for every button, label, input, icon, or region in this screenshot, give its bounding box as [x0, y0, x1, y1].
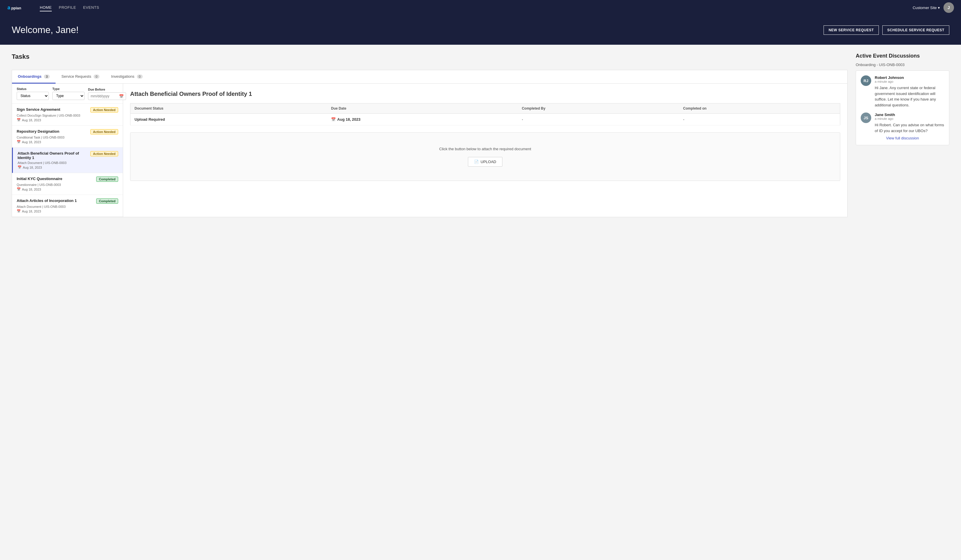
tab-investigations[interactable]: Investigations 0: [105, 70, 149, 83]
calendar-icon: 📅: [17, 140, 21, 144]
task-name: Repository Designation: [17, 129, 90, 133]
nav-events[interactable]: EVENTS: [83, 4, 99, 11]
svg-text:ppian: ppian: [11, 6, 21, 10]
page-wrapper: a ppian HOME PROFILE EVENTS Customer Sit…: [0, 0, 961, 560]
nav-home[interactable]: HOME: [40, 4, 52, 11]
tab-investigations-count: 0: [137, 75, 143, 79]
doc-completed-by-value: -: [517, 114, 679, 125]
document-row: Upload Required 📅 Aug 18, 2023 -: [130, 114, 840, 125]
discussions-subtitle: Onboarding - UIS-ONB-0003: [856, 63, 949, 67]
task-list: Sign Service Agreement Action Needed Col…: [12, 104, 123, 217]
svg-text:a: a: [8, 5, 11, 11]
tasks-card: Onboardings 3 Service Requests 0 Investi…: [12, 70, 847, 217]
upload-icon: 📄: [474, 160, 479, 164]
status-badge: Completed: [96, 199, 118, 204]
task-item-header: Attach Articles of Incorporation 1 Compl…: [17, 199, 118, 204]
filters: Status Status Type Type: [12, 83, 123, 104]
view-full-discussion-link[interactable]: View full discussion: [861, 136, 944, 140]
status-badge: Action Needed: [90, 129, 118, 135]
task-item[interactable]: Repository Designation Action Needed Con…: [12, 126, 123, 148]
nav-profile[interactable]: PROFILE: [59, 4, 76, 11]
hero-actions: NEW SERVICE REQUEST SCHEDULE SERVICE REQ…: [824, 26, 949, 35]
tasks-section: Tasks Onboardings 3 Service Requests 0: [12, 53, 847, 217]
task-date: 📅 Aug 18, 2023: [17, 209, 118, 213]
task-meta: Questionnaire | UIS-ONB-0003: [17, 183, 118, 186]
status-badge: Action Needed: [90, 107, 118, 112]
calendar-icon: 📅: [18, 165, 22, 169]
doc-completed-on-value: -: [679, 114, 840, 125]
task-meta: Collect DocuSign Signature | UIS-ONB-000…: [17, 114, 118, 117]
tab-service-requests[interactable]: Service Requests 0: [56, 70, 105, 83]
task-item[interactable]: Attach Articles of Incorporation 1 Compl…: [12, 195, 123, 217]
task-item-header: Repository Designation Action Needed: [17, 129, 118, 135]
message-time: a minute ago: [875, 117, 944, 120]
welcome-title: Welcome, Jane!: [12, 24, 79, 35]
tasks-title: Tasks: [12, 53, 847, 65]
user-avatar[interactable]: J: [943, 2, 954, 13]
task-item-header: Attach Beneficial Owners Proof of Identi…: [18, 151, 118, 160]
content-wrapper: Tasks Onboardings 3 Service Requests 0: [0, 45, 961, 225]
navbar: a ppian HOME PROFILE EVENTS Customer Sit…: [0, 0, 961, 15]
due-before-filter-group: Due Before 📅: [88, 88, 126, 100]
status-badge: Action Needed: [90, 151, 118, 156]
col-due-date: Due Date: [327, 103, 517, 114]
document-table: Document Status Due Date Completed By Co…: [130, 103, 840, 125]
message-author: Jane Smith: [875, 112, 944, 117]
app-logo[interactable]: a ppian: [7, 3, 31, 12]
task-item[interactable]: Sign Service Agreement Action Needed Col…: [12, 104, 123, 126]
due-before-wrapper: 📅: [88, 92, 126, 100]
tab-investigations-label: Investigations: [111, 74, 135, 79]
task-date: 📅 Aug 18, 2023: [17, 140, 118, 144]
task-date: 📅 Aug 18, 2023: [18, 165, 118, 169]
discussion-message: JS Jane Smith a minute ago Hi Robert. Ca…: [861, 112, 944, 133]
status-filter-group: Status Status: [17, 87, 49, 100]
tab-service-requests-label: Service Requests: [61, 74, 91, 79]
tab-service-requests-count: 0: [93, 75, 100, 79]
new-service-request-button[interactable]: NEW SERVICE REQUEST: [824, 26, 879, 35]
message-avatar: RJ: [861, 75, 871, 86]
task-meta: Attach Document | UIS-ONB-0003: [17, 205, 118, 209]
task-meta: Attach Document | UIS-ONB-0003: [18, 161, 118, 165]
tab-onboardings[interactable]: Onboardings 3: [12, 70, 56, 83]
task-item[interactable]: Initial KYC Questionnaire Completed Ques…: [12, 173, 123, 195]
upload-button[interactable]: 📄 UPLOAD: [468, 157, 502, 167]
upload-box: Click the button below to attach the req…: [130, 132, 840, 181]
task-name: Initial KYC Questionnaire: [17, 177, 96, 181]
message-time: a minute ago: [875, 80, 944, 83]
message-text: Hi Jane. Any current state or federal go…: [875, 85, 944, 108]
type-filter-label: Type: [52, 87, 85, 91]
doc-due-date-value: 📅 Aug 18, 2023: [327, 114, 517, 125]
col-completed-by: Completed By: [517, 103, 679, 114]
task-detail-title: Attach Beneficial Owners Proof of Identi…: [130, 91, 840, 97]
tasks-body: Status Status Type Type: [12, 83, 847, 217]
discussions-card: RJ Robert Johnson a minute ago Hi Jane. …: [856, 71, 949, 145]
doc-status-value: Upload Required: [130, 114, 327, 125]
upload-hint: Click the button below to attach the req…: [439, 147, 531, 151]
calendar-icon: 📅: [119, 94, 124, 98]
customer-site-button[interactable]: Customer Site ▾: [913, 6, 940, 10]
type-filter[interactable]: Type: [52, 92, 85, 100]
task-item[interactable]: Attach Beneficial Owners Proof of Identi…: [12, 148, 123, 173]
status-badge: Completed: [96, 177, 118, 182]
schedule-service-request-button[interactable]: SCHEDULE SERVICE REQUEST: [882, 26, 949, 35]
task-name: Attach Articles of Incorporation 1: [17, 199, 96, 203]
task-date: 📅 Aug 18, 2023: [17, 118, 118, 122]
task-name: Sign Service Agreement: [17, 107, 90, 112]
calendar-icon: 📅: [331, 117, 336, 122]
tab-onboardings-count: 3: [44, 75, 50, 79]
col-document-status: Document Status: [130, 103, 327, 114]
calendar-icon: 📅: [17, 118, 21, 122]
col-completed-on: Completed on: [679, 103, 840, 114]
discussion-message: RJ Robert Johnson a minute ago Hi Jane. …: [861, 75, 944, 108]
status-filter[interactable]: Status: [17, 92, 49, 100]
status-filter-label: Status: [17, 87, 49, 91]
message-content: Robert Johnson a minute ago Hi Jane. Any…: [875, 75, 944, 108]
task-list-panel: Status Status Type Type: [12, 83, 123, 217]
hero-section: Welcome, Jane! NEW SERVICE REQUEST SCHED…: [0, 15, 961, 45]
message-avatar: JS: [861, 112, 871, 123]
calendar-icon: 📅: [17, 209, 21, 213]
task-detail-panel: Attach Beneficial Owners Proof of Identi…: [123, 83, 847, 217]
task-name: Attach Beneficial Owners Proof of Identi…: [18, 151, 90, 160]
task-date: 📅 Aug 18, 2023: [17, 187, 118, 191]
chevron-down-icon: ▾: [938, 6, 940, 10]
